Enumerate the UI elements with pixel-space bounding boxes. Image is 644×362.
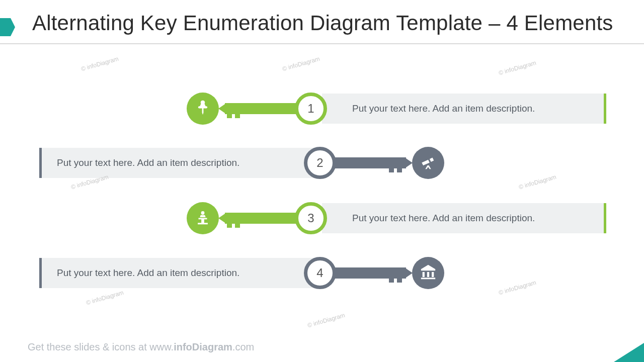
- footer-prefix: Get these slides & icons at www.: [28, 341, 174, 352]
- speaker-icon: [194, 209, 211, 228]
- enum-row-1-key: 1: [186, 89, 327, 128]
- pushpin-icon: [194, 99, 211, 118]
- enum-row-3-bar: Put your text here. Add an item descript…: [322, 203, 606, 233]
- enum-row-2-text: Put your text here. Add an item descript…: [57, 157, 239, 168]
- title-accent-notch: [0, 18, 15, 36]
- enum-row-2-key: 2: [304, 144, 445, 182]
- enum-row-4-bar: Put your text here. Add an item descript…: [39, 258, 324, 288]
- enum-row-3-icon-circle: [187, 202, 219, 234]
- enum-row-4-key: 4: [304, 254, 445, 292]
- key-tip: [405, 267, 413, 279]
- corner-accent: [614, 343, 644, 362]
- watermark: © infoDiagram: [282, 55, 321, 73]
- slide: Alternating Key Enumeration Diagram Temp…: [0, 0, 644, 362]
- watermark: © infoDiagram: [518, 173, 557, 191]
- key-stem: [242, 103, 297, 114]
- title-area: Alternating Key Enumeration Diagram Temp…: [32, 11, 632, 35]
- enum-row-1-bar: Put your text here. Add an item descript…: [322, 94, 606, 124]
- footer-suffix: .com: [232, 341, 254, 352]
- enum-row-3-key: 3: [186, 199, 327, 237]
- slide-title: Alternating Key Enumeration Diagram Temp…: [32, 11, 632, 35]
- watermark: © infoDiagram: [86, 289, 125, 307]
- footer-credit: Get these slides & icons at www.infoDiag…: [28, 341, 254, 353]
- enum-row-2-number: 2: [304, 147, 336, 179]
- bank-icon: [420, 263, 437, 283]
- enum-row-3-number: 3: [295, 202, 327, 234]
- key-teeth: [387, 157, 406, 168]
- enum-row-4-text: Put your text here. Add an item descript…: [57, 267, 239, 279]
- footer-bold: infoDiagram: [174, 341, 232, 352]
- telescope-icon: [420, 153, 437, 172]
- key-tip: [405, 157, 413, 168]
- enum-row-2-bar: Put your text here. Add an item descript…: [39, 148, 324, 178]
- watermark: © infoDiagram: [498, 59, 537, 77]
- enum-row-2-icon-circle: [412, 147, 444, 179]
- key-stem: [334, 267, 389, 279]
- enum-row-3-text: Put your text here. Add an item descript…: [352, 213, 535, 224]
- key-stem: [334, 157, 389, 168]
- enum-row-4-icon-circle: [412, 257, 444, 289]
- enum-row-1-number: 1: [295, 93, 327, 125]
- watermark: © infoDiagram: [80, 55, 120, 73]
- enum-row-4-number: 4: [304, 257, 336, 289]
- watermark: © infoDiagram: [498, 279, 537, 297]
- watermark: © infoDiagram: [307, 312, 346, 329]
- enum-row-1-icon-circle: [187, 93, 219, 125]
- svg-point-0: [201, 211, 205, 215]
- key-teeth: [387, 267, 406, 279]
- title-underline: [0, 43, 644, 44]
- key-stem: [242, 213, 297, 224]
- enum-row-1-text: Put your text here. Add an item descript…: [352, 103, 535, 114]
